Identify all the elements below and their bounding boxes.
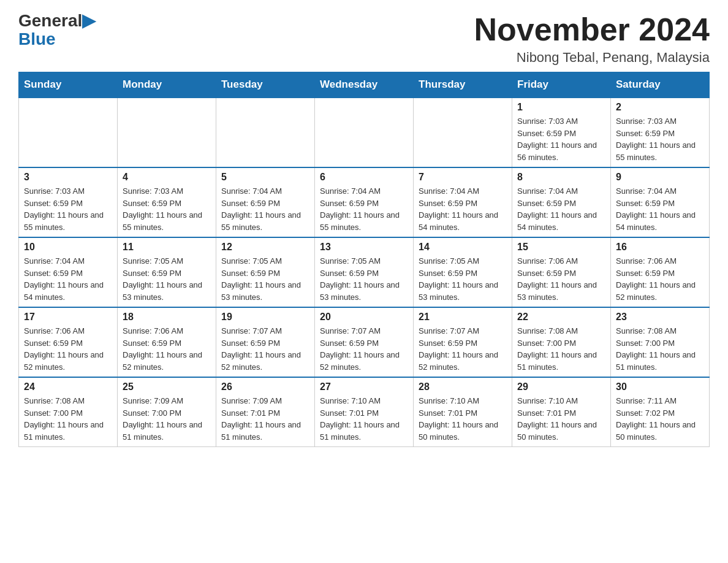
calendar-cell: 30Sunrise: 7:11 AMSunset: 7:02 PMDayligh… [611,377,710,447]
day-number: 12 [221,242,309,253]
day-info: Sunrise: 7:10 AMSunset: 7:01 PMDaylight:… [320,395,408,443]
day-info: Sunrise: 7:07 AMSunset: 6:59 PMDaylight:… [221,325,309,373]
logo-general-text: General▶ [18,12,96,29]
day-info: Sunrise: 7:03 AMSunset: 6:59 PMDaylight:… [517,115,605,163]
calendar-table: SundayMondayTuesdayWednesdayThursdayFrid… [18,72,710,447]
calendar-cell [315,98,414,167]
calendar-cell: 12Sunrise: 7:05 AMSunset: 6:59 PMDayligh… [216,237,315,307]
day-info: Sunrise: 7:11 AMSunset: 7:02 PMDaylight:… [616,395,704,443]
weekday-header-saturday: Saturday [611,72,710,98]
calendar-cell: 20Sunrise: 7:07 AMSunset: 6:59 PMDayligh… [315,307,414,377]
title-block: November 2024 Nibong Tebal, Penang, Mala… [474,12,710,66]
logo: General▶ Blue [18,12,96,49]
logo-arrow: ▶ [82,11,96,30]
calendar-cell: 9Sunrise: 7:04 AMSunset: 6:59 PMDaylight… [611,167,710,237]
day-number: 17 [24,312,112,323]
weekday-header-tuesday: Tuesday [216,72,315,98]
day-number: 10 [24,242,112,253]
calendar-cell: 10Sunrise: 7:04 AMSunset: 6:59 PMDayligh… [19,237,118,307]
day-number: 8 [517,172,605,183]
day-info: Sunrise: 7:08 AMSunset: 7:00 PMDaylight:… [517,325,605,373]
day-info: Sunrise: 7:06 AMSunset: 6:59 PMDaylight:… [517,255,605,303]
calendar-cell: 26Sunrise: 7:09 AMSunset: 7:01 PMDayligh… [216,377,315,447]
day-info: Sunrise: 7:05 AMSunset: 6:59 PMDaylight:… [123,255,211,303]
day-number: 13 [320,242,408,253]
calendar-cell: 29Sunrise: 7:10 AMSunset: 7:01 PMDayligh… [512,377,611,447]
day-number: 28 [419,381,507,393]
day-info: Sunrise: 7:09 AMSunset: 7:00 PMDaylight:… [123,395,211,443]
day-info: Sunrise: 7:04 AMSunset: 6:59 PMDaylight:… [24,255,112,303]
calendar-cell: 4Sunrise: 7:03 AMSunset: 6:59 PMDaylight… [118,167,216,237]
calendar-cell: 1Sunrise: 7:03 AMSunset: 6:59 PMDaylight… [512,98,611,167]
calendar-week-0: 1Sunrise: 7:03 AMSunset: 6:59 PMDaylight… [19,98,710,167]
calendar-cell: 3Sunrise: 7:03 AMSunset: 6:59 PMDaylight… [19,167,118,237]
day-info: Sunrise: 7:04 AMSunset: 6:59 PMDaylight:… [221,185,309,233]
day-info: Sunrise: 7:09 AMSunset: 7:01 PMDaylight:… [221,395,309,443]
day-info: Sunrise: 7:08 AMSunset: 7:00 PMDaylight:… [616,325,704,373]
location: Nibong Tebal, Penang, Malaysia [474,50,710,66]
calendar-cell [216,98,315,167]
calendar-cell: 18Sunrise: 7:06 AMSunset: 6:59 PMDayligh… [118,307,216,377]
day-number: 15 [517,242,605,253]
page-header: General▶ Blue November 2024 Nibong Tebal… [18,12,710,66]
day-info: Sunrise: 7:04 AMSunset: 6:59 PMDaylight:… [616,185,704,233]
calendar-cell: 11Sunrise: 7:05 AMSunset: 6:59 PMDayligh… [118,237,216,307]
weekday-header-friday: Friday [512,72,611,98]
day-info: Sunrise: 7:07 AMSunset: 6:59 PMDaylight:… [320,325,408,373]
weekday-header-sunday: Sunday [19,72,118,98]
calendar-cell [19,98,118,167]
calendar-cell: 25Sunrise: 7:09 AMSunset: 7:00 PMDayligh… [118,377,216,447]
calendar-cell: 6Sunrise: 7:04 AMSunset: 6:59 PMDaylight… [315,167,414,237]
day-number: 29 [517,381,605,393]
day-number: 22 [517,312,605,323]
calendar-cell: 21Sunrise: 7:07 AMSunset: 6:59 PMDayligh… [414,307,512,377]
day-info: Sunrise: 7:06 AMSunset: 6:59 PMDaylight:… [24,325,112,373]
day-number: 4 [123,172,211,183]
calendar-cell: 16Sunrise: 7:06 AMSunset: 6:59 PMDayligh… [611,237,710,307]
day-number: 26 [221,381,309,393]
day-info: Sunrise: 7:05 AMSunset: 6:59 PMDaylight:… [419,255,507,303]
day-number: 11 [123,242,211,253]
logo-blue-text: Blue [18,29,56,49]
day-number: 1 [517,102,605,113]
day-info: Sunrise: 7:05 AMSunset: 6:59 PMDaylight:… [320,255,408,303]
day-number: 5 [221,172,309,183]
calendar-cell: 14Sunrise: 7:05 AMSunset: 6:59 PMDayligh… [414,237,512,307]
day-number: 16 [616,242,704,253]
day-info: Sunrise: 7:06 AMSunset: 6:59 PMDaylight:… [123,325,211,373]
calendar-week-4: 24Sunrise: 7:08 AMSunset: 7:00 PMDayligh… [19,377,710,447]
calendar-cell: 27Sunrise: 7:10 AMSunset: 7:01 PMDayligh… [315,377,414,447]
day-number: 27 [320,381,408,393]
weekday-header-monday: Monday [118,72,216,98]
day-info: Sunrise: 7:06 AMSunset: 6:59 PMDaylight:… [616,255,704,303]
day-number: 20 [320,312,408,323]
day-number: 21 [419,312,507,323]
day-number: 23 [616,312,704,323]
calendar-cell: 13Sunrise: 7:05 AMSunset: 6:59 PMDayligh… [315,237,414,307]
calendar-cell: 7Sunrise: 7:04 AMSunset: 6:59 PMDaylight… [414,167,512,237]
day-info: Sunrise: 7:03 AMSunset: 6:59 PMDaylight:… [616,115,704,163]
day-number: 2 [616,102,704,113]
day-info: Sunrise: 7:05 AMSunset: 6:59 PMDaylight:… [221,255,309,303]
calendar-week-3: 17Sunrise: 7:06 AMSunset: 6:59 PMDayligh… [19,307,710,377]
calendar-cell: 22Sunrise: 7:08 AMSunset: 7:00 PMDayligh… [512,307,611,377]
day-number: 30 [616,381,704,393]
calendar-cell: 19Sunrise: 7:07 AMSunset: 6:59 PMDayligh… [216,307,315,377]
weekday-header-thursday: Thursday [414,72,512,98]
day-info: Sunrise: 7:10 AMSunset: 7:01 PMDaylight:… [419,395,507,443]
day-number: 19 [221,312,309,323]
day-number: 18 [123,312,211,323]
calendar-cell [118,98,216,167]
day-info: Sunrise: 7:03 AMSunset: 6:59 PMDaylight:… [24,185,112,233]
calendar-cell: 23Sunrise: 7:08 AMSunset: 7:00 PMDayligh… [611,307,710,377]
weekday-header-row: SundayMondayTuesdayWednesdayThursdayFrid… [19,72,710,98]
calendar-cell: 15Sunrise: 7:06 AMSunset: 6:59 PMDayligh… [512,237,611,307]
calendar-cell [414,98,512,167]
calendar-cell: 8Sunrise: 7:04 AMSunset: 6:59 PMDaylight… [512,167,611,237]
day-number: 25 [123,381,211,393]
day-number: 3 [24,172,112,183]
day-info: Sunrise: 7:04 AMSunset: 6:59 PMDaylight:… [320,185,408,233]
day-info: Sunrise: 7:07 AMSunset: 6:59 PMDaylight:… [419,325,507,373]
day-info: Sunrise: 7:10 AMSunset: 7:01 PMDaylight:… [517,395,605,443]
weekday-header-wednesday: Wednesday [315,72,414,98]
